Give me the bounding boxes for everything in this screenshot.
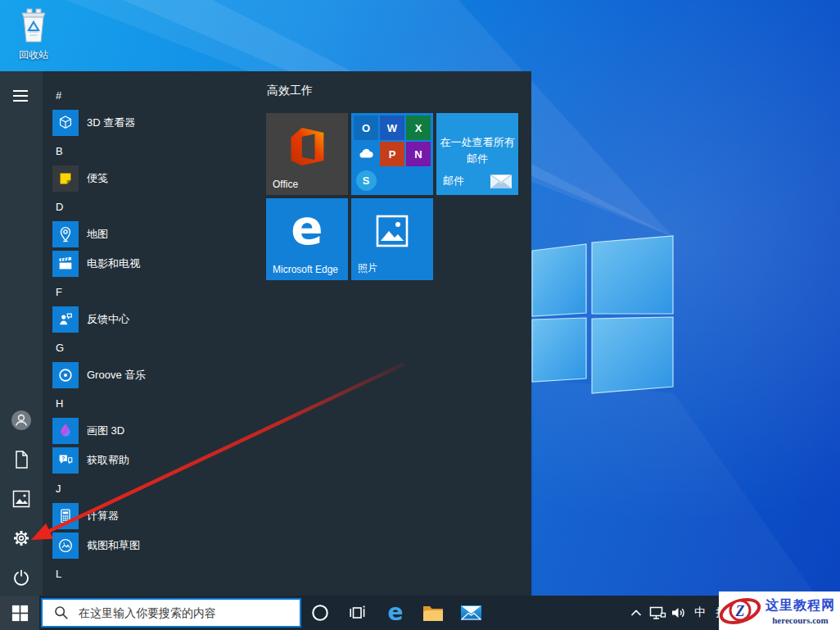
power-icon [11, 568, 31, 587]
user-avatar-icon [11, 410, 32, 431]
mail-icon [461, 605, 481, 620]
tile-mail[interactable]: 在一处查看所有邮件 邮件 [436, 113, 518, 195]
task-view-button[interactable] [339, 596, 377, 630]
app-list-item[interactable]: 地图 [52, 221, 265, 247]
groove-icon [52, 362, 79, 388]
volume-button[interactable] [668, 596, 689, 630]
chevron-up-icon [628, 605, 644, 621]
app-list-item[interactable]: 3D 查看器 [52, 110, 265, 136]
app-section-header-H[interactable]: H [56, 398, 265, 410]
envelope-icon [490, 174, 512, 188]
expand-menu-button[interactable] [0, 81, 43, 111]
recycle-bin-icon [16, 7, 52, 44]
outlook-icon[interactable]: O [354, 116, 378, 140]
app-label: Groove 音乐 [87, 368, 146, 383]
watermark: Z 这里教程网 herecours.com [719, 591, 840, 630]
app-list-item[interactable]: ?获取帮助 [52, 447, 265, 474]
app-list-item[interactable]: 便笺 [52, 165, 265, 192]
ime-indicator[interactable]: 中 [689, 596, 711, 630]
file-explorer-button[interactable] [414, 596, 452, 630]
app-list-item[interactable]: 反馈中心 [52, 306, 265, 333]
onedrive-icon[interactable] [354, 142, 378, 166]
pictures-icon [11, 489, 31, 509]
skype-icon[interactable]: S [354, 168, 378, 193]
onenote-icon[interactable]: N [406, 142, 431, 166]
file-explorer-icon [422, 605, 444, 622]
hamburger-icon [13, 89, 29, 102]
office-folder-grid: OWXPNS [354, 116, 431, 193]
tile-group-title[interactable]: 高效工作 [267, 84, 313, 98]
app-label: 截图和草图 [87, 538, 140, 553]
app-label: 地图 [87, 227, 108, 242]
task-view-icon [348, 603, 368, 623]
calc-icon [52, 503, 79, 529]
network-ethernet-icon [648, 604, 666, 622]
taskbar-search-box[interactable] [41, 598, 301, 628]
tile-photos[interactable]: 照片 [351, 198, 433, 280]
app-section-header-#[interactable]: # [56, 90, 265, 102]
tile-office[interactable]: Office [266, 113, 348, 195]
watermark-logo-letter: Z [735, 602, 745, 619]
tiles-panel: 高效工作 Office OWXPNS 在一处查看所有邮件 邮件 [266, 71, 531, 596]
app-label: 便笺 [87, 171, 108, 186]
app-list: #3D 查看器B便笺D地图电影和电视F反馈中心GGroove 音乐H画图 3D?… [43, 71, 265, 596]
app-section-header-L[interactable]: L [56, 569, 265, 580]
svg-text:?: ? [61, 455, 65, 462]
tile-edge-label: Microsoft Edge [273, 264, 338, 275]
documents-button[interactable] [0, 445, 43, 474]
app-list-item[interactable]: Groove 音乐 [52, 362, 265, 388]
app-section-header-B[interactable]: B [56, 146, 265, 157]
sticky-icon [52, 165, 79, 192]
edge-icon: e [388, 601, 404, 624]
maps-icon [52, 221, 79, 247]
app-list-item[interactable]: 电影和电视 [52, 251, 265, 277]
app-list-item[interactable]: 画图 3D [52, 418, 265, 444]
cortana-icon [310, 603, 330, 623]
ime-mode-label: 中 [691, 605, 709, 620]
start-menu: #3D 查看器B便笺D地图电影和电视F反馈中心GGroove 音乐H画图 3D?… [0, 71, 531, 596]
network-button[interactable] [647, 596, 668, 630]
word-icon[interactable]: W [380, 116, 404, 140]
search-icon [53, 605, 70, 621]
tile-office-apps-folder[interactable]: OWXPNS [351, 113, 433, 195]
app-label: 反馈中心 [87, 312, 129, 327]
recycle-bin-label: 回收站 [8, 48, 59, 62]
gear-icon [11, 528, 31, 548]
windows-logo-icon [11, 605, 29, 622]
settings-button[interactable] [0, 523, 43, 553]
watermark-site-url: herecours.com [765, 615, 835, 625]
recycle-bin-desktop-icon[interactable]: 回收站 [8, 7, 59, 62]
feedback-icon [52, 306, 79, 333]
start-button[interactable] [0, 596, 39, 630]
office-logo-icon [284, 121, 332, 172]
excel-icon[interactable]: X [406, 116, 431, 140]
cube-icon [52, 110, 79, 136]
paint3d-icon [52, 418, 79, 444]
app-section-header-G[interactable]: G [56, 342, 265, 354]
tile-mail-label: 邮件 [443, 174, 464, 188]
search-input[interactable] [77, 605, 282, 620]
power-button[interactable] [0, 563, 43, 592]
pictures-button[interactable] [0, 484, 43, 514]
powerpoint-icon[interactable]: P [380, 142, 404, 166]
snip-icon [52, 533, 79, 559]
tile-microsoft-edge[interactable]: e Microsoft Edge [266, 198, 348, 280]
app-section-header-J[interactable]: J [56, 483, 265, 495]
cortana-button[interactable] [301, 596, 339, 630]
app-label: 3D 查看器 [87, 116, 135, 130]
movies-icon [52, 251, 79, 277]
app-list-item[interactable]: 计算器 [52, 503, 265, 529]
user-account-button[interactable] [0, 406, 43, 435]
app-list-item[interactable]: 截图和草图 [52, 533, 265, 559]
app-section-header-F[interactable]: F [56, 287, 265, 298]
system-tray: 中 拼 [625, 596, 732, 630]
mail-taskbar-button[interactable] [452, 596, 490, 630]
app-label: 获取帮助 [87, 453, 129, 468]
app-label: 计算器 [87, 509, 119, 523]
gethelp-icon: ? [52, 447, 79, 474]
watermark-site-name: 这里教程网 [765, 597, 835, 614]
hidden-icons-button[interactable] [625, 596, 647, 630]
taskbar: e [0, 596, 840, 630]
edge-taskbar-button[interactable]: e [377, 596, 414, 630]
app-section-header-D[interactable]: D [56, 202, 265, 213]
